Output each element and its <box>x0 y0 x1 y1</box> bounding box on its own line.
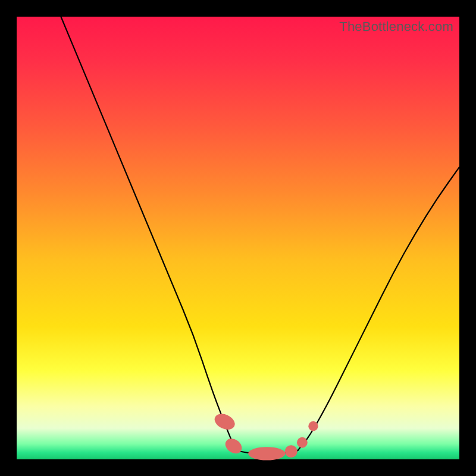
marker-pill-2 <box>248 447 285 460</box>
plot-area: TheBottleneck.com <box>17 17 459 459</box>
chart-stage: TheBottleneck.com <box>0 0 476 476</box>
marker-dot-4 <box>297 437 308 448</box>
chart-svg <box>17 17 459 459</box>
marker-dot-3 <box>285 445 298 458</box>
marker-pill-0 <box>212 411 237 433</box>
series-left-branch <box>61 17 236 450</box>
series-right-branch <box>298 167 459 450</box>
marker-group <box>212 411 318 460</box>
marker-pill-1 <box>223 436 245 456</box>
marker-dot-5 <box>308 421 318 431</box>
curve-group <box>61 17 459 454</box>
